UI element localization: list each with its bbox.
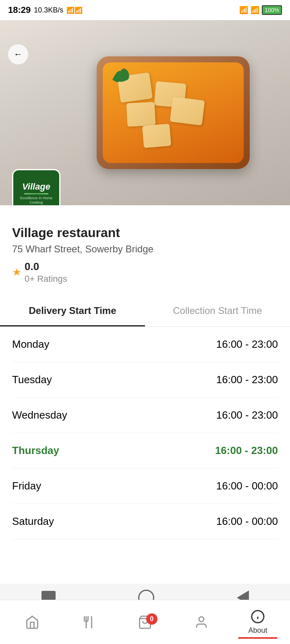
battery-indicator: 100%: [262, 5, 282, 15]
schedule-tabs: Delivery Start Time Collection Start Tim…: [0, 296, 290, 327]
schedule-time: 16:00 - 00:00: [216, 480, 278, 492]
schedule-day: Saturday: [12, 515, 54, 528]
ratings-count: 0+ Ratings: [25, 274, 67, 284]
schedule-row: Thursday 16:00 - 23:00: [12, 433, 278, 469]
bottom-navigation: 0 About: [0, 600, 290, 644]
tab-delivery[interactable]: Delivery Start Time: [0, 296, 145, 326]
schedule-time: 16:00 - 23:00: [216, 338, 278, 351]
rating-details: 0.0 0+ Ratings: [25, 260, 67, 284]
schedule-row: Monday 16:00 - 23:00: [12, 327, 278, 362]
signal-icons: 📶📶: [66, 6, 83, 14]
schedule-day: Friday: [12, 480, 41, 492]
cart-badge: 0: [146, 613, 157, 625]
tab-collection[interactable]: Collection Start Time: [145, 296, 290, 326]
schedule-time: 16:00 - 00:00: [216, 515, 278, 528]
restaurant-address: 75 Wharf Street, Sowerby Bridge: [12, 244, 278, 255]
star-icon: ★: [12, 266, 21, 279]
status-right-icons: 📶 📶 100%: [239, 5, 282, 15]
logo-swirl: [24, 193, 48, 194]
schedule-time: 16:00 - 23:00: [215, 444, 278, 457]
schedule-table: Monday 16:00 - 23:00 Tuesday 16:00 - 23:…: [0, 327, 290, 539]
status-time-network: 18:29 10.3KB/s 📶📶: [8, 5, 83, 15]
logo-subtitle: Excellence In Home Cooking: [17, 196, 56, 205]
restaurant-info: Village restaurant 75 Wharf Street, Sowe…: [0, 205, 290, 292]
nav-item-bag[interactable]: 0: [117, 611, 173, 634]
status-bar: 18:29 10.3KB/s 📶📶 📶 📶 100%: [0, 0, 290, 20]
schedule-row: Saturday 16:00 - 00:00: [12, 504, 278, 539]
schedule-row: Wednesday 16:00 - 23:00: [12, 398, 278, 433]
nav-item-profile[interactable]: [173, 611, 230, 634]
wifi-icon: 📶: [251, 6, 259, 14]
active-tab-indicator: [238, 637, 278, 639]
person-icon: [194, 615, 209, 630]
schedule-time: 16:00 - 23:00: [216, 409, 278, 421]
schedule-day: Monday: [12, 338, 50, 351]
network-speed: 10.3KB/s: [34, 6, 63, 14]
schedule-time: 16:00 - 23:00: [216, 374, 278, 386]
nav-item-home[interactable]: [4, 611, 60, 634]
nav-item-about[interactable]: About: [230, 605, 286, 639]
signal-strength: 📶: [239, 6, 248, 14]
about-label: About: [248, 626, 267, 635]
schedule-row: Tuesday 16:00 - 23:00: [12, 362, 278, 398]
restaurant-name: Village restaurant: [12, 225, 278, 240]
schedule-day: Wednesday: [12, 409, 67, 421]
back-button[interactable]: ←: [8, 44, 28, 64]
home-icon: [25, 615, 39, 630]
schedule-day: Tuesday: [12, 374, 52, 386]
svg-point-3: [199, 617, 204, 621]
rating-section: ★ 0.0 0+ Ratings: [12, 260, 278, 284]
rating-value: 0.0: [25, 260, 39, 272]
restaurant-logo: Village Excellence In Home Cooking: [12, 169, 60, 205]
time: 18:29: [8, 5, 31, 15]
logo-village-text: Village: [22, 182, 50, 192]
info-circle-icon: [251, 609, 265, 624]
schedule-row: Friday 16:00 - 00:00: [12, 469, 278, 504]
schedule-day: Thursday: [12, 444, 59, 457]
cutlery-icon: [81, 615, 96, 630]
dish-visual: [97, 48, 258, 177]
hero-image: ← Village Excellence In Home Cooking: [0, 20, 290, 205]
nav-item-restaurants[interactable]: [60, 611, 117, 634]
